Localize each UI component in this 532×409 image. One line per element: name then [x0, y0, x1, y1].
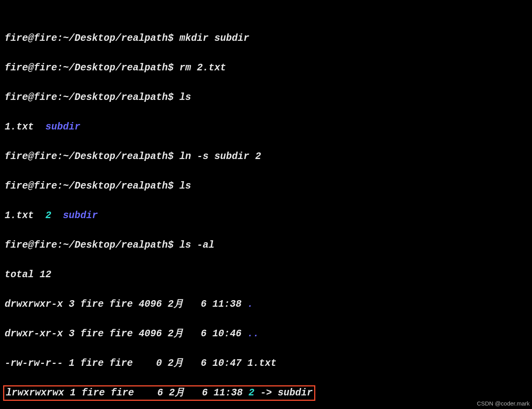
highlight-box: lrwxrwxrwx 1 fire fire 6 2月 6 11:38 2 ->… [3, 385, 315, 401]
ls-output: 1.txt subdir [5, 120, 527, 135]
command: ln -s subdir 2 [179, 151, 261, 162]
terminal[interactable]: fire@fire:~/Desktop/realpath$ mkdir subd… [0, 0, 532, 409]
command: ls -al [179, 239, 214, 251]
shell-prompt: fire@fire:~/Desktop/realpath$ [5, 180, 174, 192]
term-line: fire@fire:~/Desktop/realpath$ ls [5, 90, 527, 105]
term-line: fire@fire:~/Desktop/realpath$ ls [5, 179, 527, 194]
ls-output: total 12 [5, 267, 527, 282]
command: ls [179, 92, 191, 103]
dir-entry: . [247, 299, 253, 310]
file-entry: 1.txt [5, 210, 45, 221]
term-line: fire@fire:~/Desktop/realpath$ ln -s subd… [5, 149, 527, 164]
ls-output: 1.txt 2 subdir [5, 208, 527, 223]
shell-prompt: fire@fire:~/Desktop/realpath$ [5, 151, 174, 162]
command: ls [179, 180, 191, 192]
ls-output: drwxr-xr-x 3 fire fire 4096 2月 6 10:46 .… [5, 327, 527, 341]
shell-prompt: fire@fire:~/Desktop/realpath$ [5, 92, 174, 103]
shell-prompt: fire@fire:~/Desktop/realpath$ [5, 33, 174, 44]
term-line: fire@fire:~/Desktop/realpath$ ls -al [5, 238, 527, 253]
shell-prompt: fire@fire:~/Desktop/realpath$ [5, 62, 174, 73]
ls-output: drwxrwxr-x 3 fire fire 4096 2月 6 11:38 . [5, 297, 527, 312]
ls-output-highlight: lrwxrwxrwx 1 fire fire 6 2月 6 11:38 2 ->… [5, 386, 527, 400]
command: rm 2.txt [179, 62, 226, 73]
dir-entry: subdir [45, 121, 80, 133]
dir-entry: subdir [63, 210, 98, 221]
ls-output: -rw-rw-r-- 1 fire fire 0 2月 6 10:47 1.tx… [5, 356, 527, 371]
file-entry: 1.txt [5, 121, 45, 133]
watermark: CSDN @coder.mark [477, 400, 530, 407]
command: mkdir subdir [179, 33, 249, 44]
term-line: fire@fire:~/Desktop/realpath$ mkdir subd… [5, 31, 527, 46]
dir-entry: .. [247, 328, 259, 339]
symlink-entry: 2 [45, 210, 51, 221]
term-line: fire@fire:~/Desktop/realpath$ rm 2.txt [5, 61, 527, 75]
symlink-entry: 2 [249, 387, 254, 399]
shell-prompt: fire@fire:~/Desktop/realpath$ [5, 239, 174, 251]
